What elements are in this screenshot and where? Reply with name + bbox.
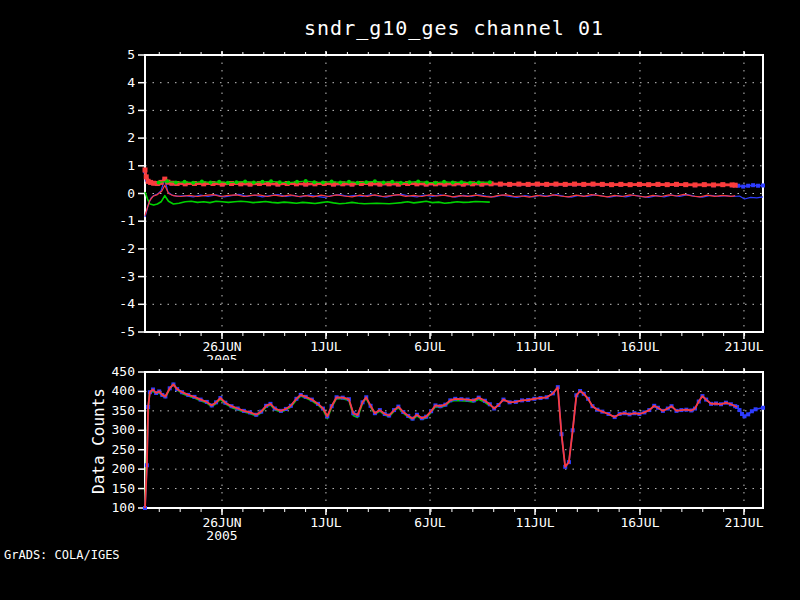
marker-square (581, 182, 586, 187)
x-tick-label: 1JUL (310, 339, 341, 354)
marker-dot (442, 180, 446, 184)
series-bias-green-line (145, 192, 490, 205)
marker-square (711, 182, 716, 187)
y-tick-label: 300 (112, 422, 135, 437)
marker-dot (295, 180, 299, 184)
marker-dot (174, 180, 178, 184)
marker-square (683, 182, 688, 187)
marker-dot (477, 180, 481, 184)
x-tick-label: 6JUL (414, 515, 445, 530)
marker-square (746, 412, 750, 416)
marker-dot (408, 180, 412, 184)
x-tick-label: 16JUL (620, 339, 659, 354)
y-tick-label: 250 (112, 442, 135, 457)
marker-square (646, 182, 651, 187)
marker-square (498, 182, 503, 187)
marker-square (665, 182, 670, 187)
marker-square (618, 182, 623, 187)
marker-dot (382, 180, 386, 184)
marker-square (600, 182, 605, 187)
marker-square (553, 182, 558, 187)
marker-square (535, 182, 540, 187)
marker-dot (451, 180, 455, 184)
y-tick-label: 200 (112, 461, 135, 476)
series-counts-blue (143, 382, 765, 510)
top-chart: 26JUN20051JUL6JUL11JUL16JUL21JUL543210-1… (0, 50, 800, 360)
marker-square (720, 182, 725, 187)
marker-square (591, 182, 596, 187)
y-axis-title: Data Counts (89, 371, 111, 511)
y-tick-label: -1 (119, 213, 135, 228)
y-tick-label: 400 (112, 383, 135, 398)
marker-dot (338, 180, 342, 184)
grads-credit: GrADS: COLA/IGES (4, 548, 120, 562)
marker-dot (433, 181, 437, 185)
marker-dot (347, 180, 351, 184)
marker-square (516, 182, 521, 187)
marker-dot (390, 180, 394, 184)
marker-dot (243, 180, 247, 184)
marker-square (746, 184, 750, 188)
marker-square (741, 185, 745, 189)
marker-square (572, 182, 577, 187)
grads-canvas: sndr_g10_ges channel 01 26JUN20051JUL6JU… (0, 0, 800, 600)
y-tick-label: 1 (127, 158, 135, 173)
marker-square (761, 406, 765, 410)
bottom-chart: 26JUN20051JUL6JUL11JUL16JUL21JUL45040035… (0, 360, 800, 560)
marker-square (609, 182, 614, 187)
marker-square (751, 183, 755, 187)
marker-dot (399, 181, 403, 185)
marker-dot (278, 180, 282, 184)
marker-square (563, 182, 568, 187)
marker-dot (183, 180, 187, 184)
marker-dot (286, 181, 290, 185)
marker-dot (260, 180, 264, 184)
marker-dot (226, 181, 230, 185)
x-tick-label: 11JUL (515, 339, 554, 354)
x-tick-label: 11JUL (515, 515, 554, 530)
plot-frame (145, 372, 763, 508)
marker-square (144, 174, 149, 179)
y-tick-label: -3 (119, 269, 135, 284)
marker-square (693, 182, 698, 187)
marker-dot (209, 180, 213, 184)
marker-square (526, 182, 531, 187)
marker-dot (191, 181, 195, 185)
marker-dot (488, 180, 492, 184)
marker-square (761, 183, 765, 187)
marker-dot (330, 180, 334, 184)
y-tick-label: 2 (127, 130, 135, 145)
y-tick-label: -4 (119, 296, 135, 311)
x-tick-label: 21JUL (724, 339, 763, 354)
y-tick-label: 5 (127, 50, 135, 62)
marker-dot (416, 180, 420, 184)
marker-square (738, 408, 742, 412)
x-tick-sublabel: 2005 (206, 528, 237, 543)
axis-labels: 26JUN20051JUL6JUL11JUL16JUL21JUL45040035… (112, 364, 764, 543)
marker-square (750, 409, 754, 413)
marker-square (674, 182, 679, 187)
series-corrected-red (143, 167, 738, 187)
marker-square (702, 182, 707, 187)
x-tick-sublabel: 2005 (206, 352, 237, 360)
marker-square (544, 182, 549, 187)
y-tick-label: 150 (112, 481, 135, 496)
marker-dot (356, 181, 360, 185)
marker-square (628, 182, 633, 187)
y-tick-label: 350 (112, 403, 135, 418)
y-tick-label: 3 (127, 102, 135, 117)
marker-dot (312, 180, 316, 184)
marker-square (742, 414, 746, 418)
marker-dot (459, 180, 463, 184)
series-obs-red-thin (145, 185, 735, 216)
marker-dot (468, 181, 472, 185)
marker-dot (157, 180, 161, 184)
series-counts-red (145, 384, 737, 508)
x-tick-label: 1JUL (310, 515, 341, 530)
x-tick-label: 21JUL (724, 515, 763, 530)
y-tick-label: -2 (119, 241, 135, 256)
axis-labels: 26JUN20051JUL6JUL11JUL16JUL21JUL543210-1… (119, 50, 763, 360)
y-tick-label: 450 (112, 364, 135, 379)
axis-ticks (138, 368, 745, 515)
gridlines (145, 55, 763, 332)
